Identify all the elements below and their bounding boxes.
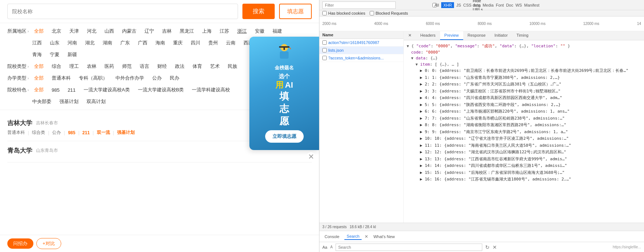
level-211[interactable]: 211 (65, 87, 78, 94)
region-zhejiang[interactable]: 浙江 (234, 27, 250, 35)
js-label[interactable]: JS (456, 3, 461, 7)
level-all[interactable]: 全部 (31, 86, 47, 94)
region-hebei[interactable]: 河北 (84, 27, 99, 35)
region-jiangxi[interactable]: 江西 (29, 39, 45, 47)
type-yuyan[interactable]: 语言 (137, 62, 152, 70)
region-hainan[interactable]: 海南 (153, 39, 168, 47)
detail-tab-close[interactable]: ✕ (404, 31, 416, 40)
font-label[interactable]: Font (496, 3, 504, 7)
region-all[interactable]: 全部 (31, 27, 47, 35)
region-henan[interactable]: 河南 (65, 39, 80, 47)
region-liaoning[interactable]: 辽宁 (142, 27, 157, 35)
school-name-qingdao[interactable]: 青岛大学 (7, 146, 32, 155)
img-label[interactable]: Img (474, 3, 480, 7)
region-hunan[interactable]: 湖南 (100, 39, 115, 47)
school-name-jilin[interactable]: 吉林大学 (7, 119, 32, 127)
region-chongqing[interactable]: 重庆 (170, 39, 186, 47)
json-item-11[interactable]: ▶ 11: 11: {address: "海南省海口市美兰区人民大道58号", … (420, 142, 641, 149)
console-close-icon[interactable]: ✕ (365, 234, 368, 239)
json-data-arrow[interactable]: ▼ (411, 56, 413, 60)
json-item-9[interactable]: ▶ 9: 9: {address: "南京市江宁区东南大学路2号", admis… (420, 129, 641, 136)
level-yiliu-a[interactable]: 一流大学建设高校A类 (81, 86, 133, 94)
clear-icon[interactable]: ✕ (493, 244, 497, 250)
type-yiyao[interactable]: 医药 (102, 62, 117, 70)
json-item-13[interactable]: ▶ 13: 13: {address: "江西省南昌市红谷滩新区学府大道999号… (420, 156, 641, 163)
json-item-16[interactable]: ▶ 16: 16: {address: "江苏省无锡市鑫湖大道1800号", a… (420, 176, 641, 183)
compare-button[interactable]: +对比 (36, 238, 61, 249)
level-985[interactable]: 985 (49, 87, 63, 94)
region-shanxi[interactable]: 山西 (102, 27, 117, 35)
json-item-4[interactable]: ▶ 4: 4: {address: "四川省成都市高新区西部园区西南交通大学",… (420, 95, 641, 102)
refresh-icon[interactable]: ↻ (485, 244, 490, 250)
region-guizhou[interactable]: 贵州 (205, 39, 221, 47)
edu-private[interactable]: 民办 (167, 74, 182, 82)
region-yunnan[interactable]: 云南 (223, 39, 238, 47)
json-item-3[interactable]: ▶ 3: 3: {address: "天赐庄校区：江苏省苏州市十梓街1号;独墅湖… (420, 88, 641, 95)
type-yishu[interactable]: 艺术 (207, 62, 223, 70)
detail-tab-response[interactable]: Response (463, 31, 490, 40)
console-tab-whatsnew[interactable]: What's New (371, 234, 397, 240)
json-item-6[interactable]: ▶ 6: 6: {address: "上海市杨浦区邯郸路220号", admis… (420, 108, 641, 115)
region-shandong[interactable]: 山东 (47, 39, 62, 47)
type-all[interactable]: 全部 (31, 62, 47, 70)
consult-button[interactable]: 问招办 (7, 238, 33, 249)
type-tiyu[interactable]: 体育 (190, 62, 205, 70)
network-row-access[interactable]: ?access_token=&admissions... (319, 54, 403, 62)
region-tianjin[interactable]: 天津 (66, 27, 82, 35)
json-arrow-root[interactable]: ▼ (407, 44, 409, 48)
xhr-btn[interactable]: XHR (441, 2, 454, 8)
region-guangxi[interactable]: 广西 (135, 39, 150, 47)
network-row-lists[interactable]: lists.json (319, 47, 403, 54)
detail-tab-preview[interactable]: Preview (440, 31, 463, 40)
edu-public[interactable]: 公办 (149, 74, 165, 82)
region-beijing[interactable]: 北京 (49, 27, 64, 35)
level-qiangji[interactable]: 强基计划 (56, 98, 81, 106)
css-label[interactable]: CSS (463, 3, 472, 7)
ws-label[interactable]: WS (515, 3, 522, 7)
blocked-requests-checkbox[interactable] (370, 11, 374, 15)
network-row-checkbox-3[interactable] (322, 56, 327, 60)
type-zhengfa[interactable]: 政法 (172, 62, 187, 70)
manifest-label[interactable]: Manifest (524, 3, 539, 7)
json-item-expand[interactable]: {…}, … (440, 62, 454, 67)
edu-benke[interactable]: 普通本科 (49, 74, 74, 82)
json-item-8[interactable]: ▶ 8: 8: {address: "湖南省衡阳市蒸湘区常胜西路28号", ad… (420, 122, 641, 129)
region-sichuan[interactable]: 四川 (188, 39, 203, 47)
edu-all[interactable]: 全部 (31, 74, 47, 82)
console-search-input[interactable] (336, 244, 482, 251)
json-item-7[interactable]: ▶ 7: 7: {address: "山东省青岛市崂山区松岭路238号", ad… (420, 115, 641, 122)
level-shuanggao[interactable]: 双高计划 (84, 98, 109, 106)
region-jiangsu[interactable]: 江苏 (217, 27, 232, 35)
console-tab-search[interactable]: Search (344, 233, 362, 240)
region-guangdong[interactable]: 广东 (117, 39, 133, 47)
type-minzu[interactable]: 民族 (225, 62, 240, 70)
region-qinghai[interactable]: 青海 (29, 51, 45, 59)
type-zonghe[interactable]: 综合 (49, 62, 64, 70)
detail-tab-headers[interactable]: Headers (416, 31, 440, 40)
console-tab-console[interactable]: Console (322, 234, 341, 240)
edu-zhuanke[interactable]: 专科（高职） (76, 74, 110, 82)
region-anhui[interactable]: 安徽 (252, 27, 267, 35)
json-item-12[interactable]: ▶ 12: 12: {address: "湖北省武汉市洪山区珞狮路122号;武汉… (420, 149, 641, 156)
region-heilongjiang[interactable]: 黑龙江 (177, 27, 197, 35)
json-item-15[interactable]: ▶ 15: 15: {address: "后海校区：广东省深圳市南山区南海大道3… (420, 169, 641, 176)
region-xinjiang[interactable]: 新疆 (65, 51, 80, 59)
json-item-5[interactable]: ▶ 5: 5: {address: "陕西省西安市南二环路中段", admiss… (420, 102, 641, 109)
fill-wish-button[interactable]: 填志愿 (279, 4, 312, 19)
doc-label[interactable]: Doc (506, 3, 513, 7)
region-fujian[interactable]: 福建 (270, 27, 285, 35)
json-item-1[interactable]: ▶ 1: 1: {address: "山东省青岛市宁夏路308号", admis… (420, 74, 641, 81)
json-item-14[interactable]: ▶ 14: 14: {address: "四川省成都市成华区二仙桥东三路1号",… (420, 162, 641, 169)
detail-tab-initiator[interactable]: Initiator (490, 31, 512, 40)
type-nonglin[interactable]: 农林 (84, 62, 99, 70)
region-neimenggu[interactable]: 内蒙古 (119, 27, 139, 35)
all-btn[interactable]: All (435, 3, 439, 7)
type-shifan[interactable]: 师范 (119, 62, 135, 70)
devtools-filter-input[interactable] (322, 1, 396, 9)
detail-tab-timing[interactable]: Timing (512, 31, 533, 40)
json-item-arrow[interactable]: ▼ (416, 62, 418, 66)
json-data-expand[interactable]: {…} (519, 44, 526, 48)
network-row-checkbox-1[interactable] (322, 40, 327, 45)
blocked-cookies-checkbox[interactable] (322, 11, 327, 15)
type-caijing[interactable]: 财经 (154, 62, 170, 70)
